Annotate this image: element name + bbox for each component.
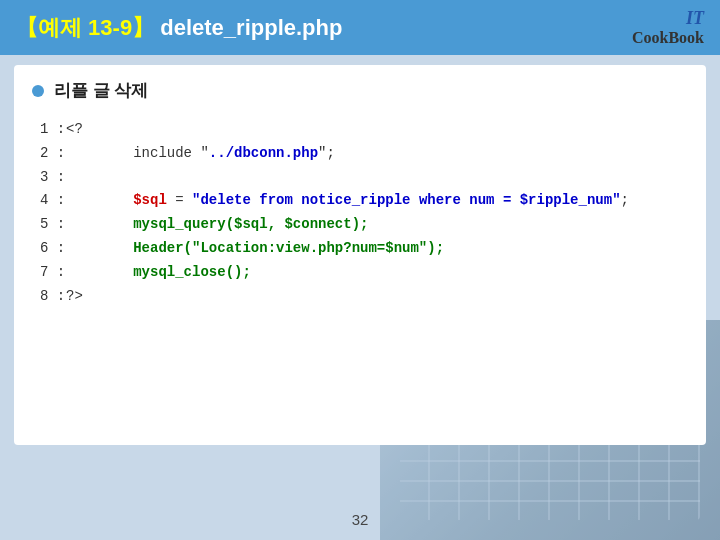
code-line-5: 5 : mysql_query($sql, $connect); <box>40 213 688 237</box>
line-num-5: 5 : <box>40 213 66 237</box>
bullet-icon <box>32 85 44 97</box>
page-number: 32 <box>0 511 720 528</box>
line-num-2: 2 : <box>40 142 66 166</box>
code-block: 1 : <? 2 : include "../dbconn.php"; 3 : … <box>32 118 688 308</box>
code-line-8: 8 : ?> <box>40 285 688 309</box>
code-content-5: mysql_query($sql, $connect); <box>66 213 368 237</box>
code-content-2: include "../dbconn.php"; <box>66 142 335 166</box>
line-num-7: 7 : <box>40 261 66 285</box>
line-num-4: 4 : <box>40 189 66 213</box>
title-bar: 【예제 13-9】 delete_ripple.php IT CookBook <box>0 0 720 55</box>
line-num-8: 8 : <box>40 285 66 309</box>
line-num-3: 3 : <box>40 166 66 190</box>
logo-cookbook: CookBook <box>632 29 704 47</box>
code-line-1: 1 : <? <box>40 118 688 142</box>
code-content-6: Header("Location:view.php?num=$num"); <box>66 237 444 261</box>
code-content-1: <? <box>66 118 83 142</box>
line-num-6: 6 : <box>40 237 66 261</box>
content-area: 리플 글 삭제 1 : <? 2 : include "../dbconn.ph… <box>14 65 706 445</box>
title-text: 【예제 13-9】 delete_ripple.php <box>16 13 342 43</box>
logo-area: IT CookBook <box>632 8 704 47</box>
line-num-1: 1 : <box>40 118 66 142</box>
code-line-6: 6 : Header("Location:view.php?num=$num")… <box>40 237 688 261</box>
title-highlight: 【예제 13-9】 <box>16 15 154 40</box>
title-main: delete_ripple.php <box>154 15 342 40</box>
subtitle-row: 리플 글 삭제 <box>32 79 688 102</box>
code-content-8: ?> <box>66 285 83 309</box>
code-line-7: 7 : mysql_close(); <box>40 261 688 285</box>
main-container: 【예제 13-9】 delete_ripple.php IT CookBook … <box>0 0 720 445</box>
code-content-4: $sql = "delete from notice_ripple where … <box>66 189 629 213</box>
logo-it: IT <box>686 8 704 29</box>
code-line-4: 4 : $sql = "delete from notice_ripple wh… <box>40 189 688 213</box>
subtitle-text: 리플 글 삭제 <box>54 79 148 102</box>
code-content-7: mysql_close(); <box>66 261 251 285</box>
code-line-3: 3 : <box>40 166 688 190</box>
code-line-2: 2 : include "../dbconn.php"; <box>40 142 688 166</box>
